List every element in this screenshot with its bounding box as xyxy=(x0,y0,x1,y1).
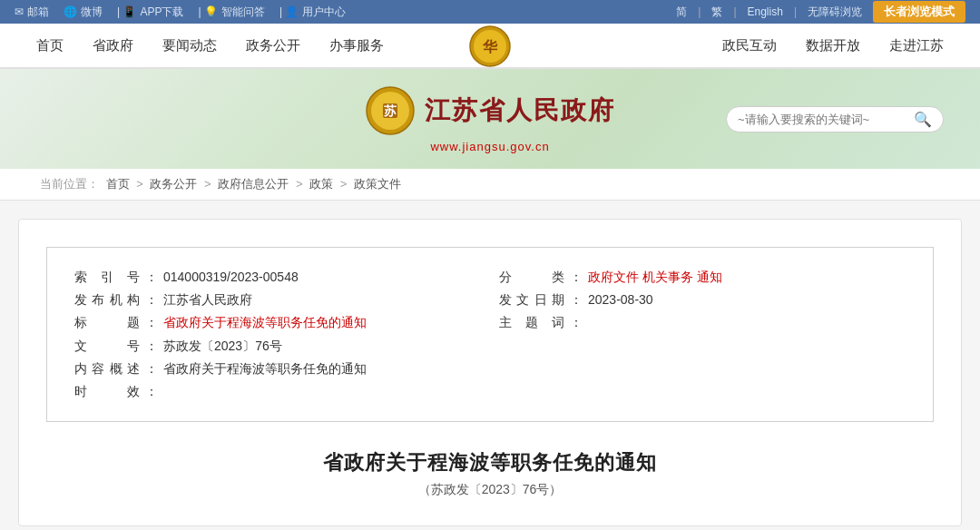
validity-row: 时 效 ： xyxy=(74,380,481,403)
divider1: | xyxy=(698,5,701,18)
doc-info-right: 分 类 ： 政府文件 机关事务 通知 发文日期 ： 2023-08-30 主 题… xyxy=(499,266,906,403)
doc-info-left: 索 引 号 ： 014000319/2023-00548 发布机构 ： 江苏省人… xyxy=(74,266,481,403)
issuer-label: 发布机构 xyxy=(74,289,140,311)
main-nav: 首页 省政府 要闻动态 政务公开 办事服务 华 政民互动 数据开放 走进江苏 xyxy=(0,24,980,69)
breadcrumb-sep2: > xyxy=(204,177,214,191)
doc-num-row: 文 号 ： 苏政发〔2023〕76号 xyxy=(74,335,481,358)
svg-text:华: 华 xyxy=(482,39,498,54)
logo-center: 苏 江苏省人民政府 www.jiangsu.gov.cn xyxy=(365,85,615,153)
doc-num-label: 文 号 xyxy=(74,335,140,358)
document-info-box: 索 引 号 ： 014000319/2023-00548 发布机构 ： 江苏省人… xyxy=(46,247,934,422)
document-title-area: 省政府关于程海波等职务任免的通知 （苏政发〔2023〕76号） xyxy=(46,449,934,498)
simplified-chinese-link[interactable]: 简 xyxy=(676,5,687,20)
english-link[interactable]: English xyxy=(748,5,783,18)
issuer-value: 江苏省人民政府 xyxy=(163,289,252,311)
category-label: 分 类 xyxy=(499,266,564,289)
mail-link[interactable]: ✉ 邮箱 xyxy=(15,5,49,20)
breadcrumb-sep4: > xyxy=(340,177,350,191)
nav-province-gov[interactable]: 省政府 xyxy=(93,37,133,54)
province-emblem-icon: 苏 xyxy=(365,85,416,136)
document-sub-title: （苏政发〔2023〕76号） xyxy=(46,482,934,498)
senior-mode-button[interactable]: 长者浏览模式 xyxy=(873,1,965,23)
search-button[interactable]: 🔍 xyxy=(914,111,932,128)
doc-num-value: 苏政发〔2023〕76号 xyxy=(163,335,282,358)
divider3: | xyxy=(794,5,797,18)
issue-date-label: 发文日期 xyxy=(499,289,564,311)
breadcrumb-gov-affairs[interactable]: 政务公开 xyxy=(150,177,197,191)
issuer-row: 发布机构 ： 江苏省人民政府 xyxy=(74,289,481,311)
breadcrumb-sep1: > xyxy=(136,177,146,191)
summary-row: 内容概述 ： 省政府关于程海波等职务任免的通知 xyxy=(74,358,481,380)
validity-label: 时 效 xyxy=(74,380,140,403)
accessibility-link[interactable]: 无障碍浏览 xyxy=(808,5,862,20)
nav-emblem-center: 华 xyxy=(468,24,512,69)
breadcrumb-policy[interactable]: 政策 xyxy=(309,177,333,191)
breadcrumb-home[interactable]: 首页 xyxy=(106,177,130,191)
nav-data-open[interactable]: 数据开放 xyxy=(806,37,860,54)
top-bar-left: ✉ 邮箱 🌐 微博 | 📱 APP下载 | 💡 智能问答 | 👤 用户中心 xyxy=(15,5,346,20)
category-value[interactable]: 政府文件 机关事务 通知 xyxy=(588,266,722,289)
subject-label: 主 题 词 xyxy=(499,311,564,334)
logo-text: 江苏省人民政府 xyxy=(425,93,615,128)
nav-home[interactable]: 首页 xyxy=(36,37,64,54)
index-value: 014000319/2023-00548 xyxy=(163,266,299,289)
nav-right: 政民互动 数据开放 走进江苏 xyxy=(722,37,944,54)
ai-link[interactable]: | 💡 智能问答 xyxy=(198,5,264,20)
summary-label: 内容概述 xyxy=(74,358,140,380)
nav-news[interactable]: 要闻动态 xyxy=(162,37,217,54)
breadcrumb-prefix: 当前位置： xyxy=(40,177,99,191)
user-link[interactable]: | 👤 用户中心 xyxy=(279,5,346,20)
search-box[interactable]: 🔍 xyxy=(726,106,944,132)
national-emblem-icon: 华 xyxy=(468,25,512,68)
category-row: 分 类 ： 政府文件 机关事务 通知 xyxy=(499,266,906,289)
app-link[interactable]: | 📱 APP下载 xyxy=(117,5,183,20)
traditional-chinese-link[interactable]: 繁 xyxy=(711,5,722,20)
subject-row: 主 题 词 ： xyxy=(499,311,906,334)
title-value[interactable]: 省政府关于程海波等职务任免的通知 xyxy=(163,311,367,334)
breadcrumb-sep3: > xyxy=(296,177,306,191)
index-row: 索 引 号 ： 014000319/2023-00548 xyxy=(74,266,481,289)
svg-text:苏: 苏 xyxy=(383,103,397,118)
nav-gov-affairs[interactable]: 政务公开 xyxy=(246,37,300,54)
main-content: 索 引 号 ： 014000319/2023-00548 发布机构 ： 江苏省人… xyxy=(18,219,962,526)
nav-left: 首页 省政府 要闻动态 政务公开 办事服务 xyxy=(36,37,384,54)
logo-area: 苏 江苏省人民政府 www.jiangsu.gov.cn 🔍 xyxy=(0,69,980,169)
top-bar-right: 简 | 繁 | English | 无障碍浏览 长者浏览模式 xyxy=(676,1,965,23)
search-input[interactable] xyxy=(738,113,914,126)
index-label: 索 引 号 xyxy=(74,266,140,289)
logo-url: www.jiangsu.gov.cn xyxy=(430,140,549,153)
top-utility-bar: ✉ 邮箱 🌐 微博 | 📱 APP下载 | 💡 智能问答 | 👤 用户中心 简 … xyxy=(0,0,980,24)
issue-date-row: 发文日期 ： 2023-08-30 xyxy=(499,289,906,311)
nav-interaction[interactable]: 政民互动 xyxy=(722,37,777,54)
logo-title: 苏 江苏省人民政府 xyxy=(365,85,615,136)
title-label: 标 题 xyxy=(74,311,140,334)
title-row: 标 题 ： 省政府关于程海波等职务任免的通知 xyxy=(74,311,481,334)
breadcrumb-gov-info[interactable]: 政府信息公开 xyxy=(218,177,289,191)
document-main-title: 省政府关于程海波等职务任免的通知 xyxy=(46,449,934,476)
weibo-link[interactable]: 🌐 微博 xyxy=(64,5,103,20)
breadcrumb-bar: 当前位置： 首页 > 政务公开 > 政府信息公开 > 政策 > 政策文件 xyxy=(0,169,980,201)
breadcrumb-policy-file[interactable]: 政策文件 xyxy=(354,177,401,191)
divider2: | xyxy=(733,5,736,18)
issue-date-value: 2023-08-30 xyxy=(588,289,653,311)
summary-value: 省政府关于程海波等职务任免的通知 xyxy=(163,358,367,380)
nav-jiangsu[interactable]: 走进江苏 xyxy=(889,37,944,54)
nav-services[interactable]: 办事服务 xyxy=(329,37,384,54)
doc-info-grid: 索 引 号 ： 014000319/2023-00548 发布机构 ： 江苏省人… xyxy=(74,266,906,403)
